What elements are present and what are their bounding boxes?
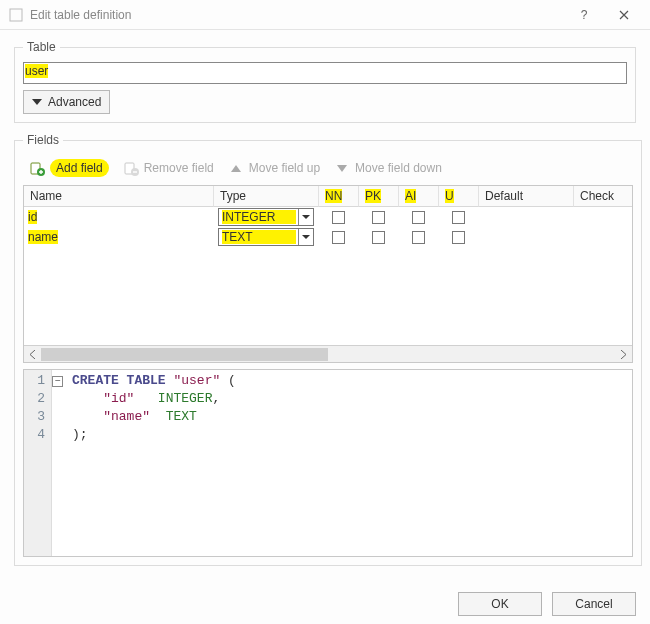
col-u[interactable]: U (439, 186, 479, 207)
grid-body: id INTEGER name (24, 207, 632, 345)
cancel-button[interactable]: Cancel (552, 592, 636, 616)
titlebar: Edit table definition ? (0, 0, 650, 30)
cell-ai-checkbox[interactable] (412, 231, 425, 244)
table-legend: Table (23, 40, 60, 54)
triangle-down-icon (334, 160, 350, 176)
chevron-down-icon (298, 209, 313, 225)
scroll-thumb[interactable] (41, 348, 328, 361)
table-name-input[interactable] (23, 62, 627, 84)
table-group: Table user Advanced (14, 40, 636, 123)
fields-toolbar: Add field Remove field Move field up Mov… (23, 155, 633, 185)
cell-u-checkbox[interactable] (452, 211, 465, 224)
cell-ai-checkbox[interactable] (412, 211, 425, 224)
grid-header: Name Type NN PK AI U Default Check (24, 186, 632, 207)
cell-name[interactable]: id (28, 210, 37, 224)
add-field-icon (29, 160, 45, 176)
scroll-left-button[interactable] (24, 346, 41, 362)
cell-check[interactable] (574, 227, 632, 247)
col-name[interactable]: Name (24, 186, 214, 207)
sql-preview[interactable]: 1234 − CREATE TABLE "user" ( "id" INTEGE… (23, 369, 633, 557)
table-row[interactable]: name TEXT (24, 227, 632, 247)
move-up-button[interactable]: Move field up (228, 160, 320, 176)
cell-nn-checkbox[interactable] (332, 211, 345, 224)
ok-button[interactable]: OK (458, 592, 542, 616)
app-icon (8, 7, 24, 23)
cell-type-select[interactable]: INTEGER (218, 208, 314, 226)
add-field-button[interactable]: Add field (29, 159, 109, 177)
sql-code[interactable]: CREATE TABLE "user" ( "id" INTEGER, "nam… (68, 370, 236, 556)
cell-default[interactable] (479, 207, 574, 227)
cell-type-select[interactable]: TEXT (218, 228, 314, 246)
cell-nn-checkbox[interactable] (332, 231, 345, 244)
help-button[interactable]: ? (564, 0, 604, 30)
remove-field-icon (123, 160, 139, 176)
cell-name[interactable]: name (28, 230, 58, 244)
close-button[interactable] (604, 0, 644, 30)
sql-gutter: 1234 (24, 370, 52, 556)
col-type[interactable]: Type (214, 186, 319, 207)
col-ai[interactable]: AI (399, 186, 439, 207)
col-default[interactable]: Default (479, 186, 574, 207)
cell-pk-checkbox[interactable] (372, 231, 385, 244)
col-check[interactable]: Check (574, 186, 632, 207)
fields-legend: Fields (23, 133, 63, 147)
advanced-label: Advanced (48, 95, 101, 109)
dialog-footer: OK Cancel (0, 582, 650, 624)
fields-grid: Name Type NN PK AI U Default Check id IN… (23, 185, 633, 363)
chevron-left-icon (29, 350, 36, 359)
window-title: Edit table definition (30, 8, 564, 22)
cell-check[interactable] (574, 207, 632, 227)
scroll-right-button[interactable] (615, 346, 632, 362)
cell-default[interactable] (479, 227, 574, 247)
col-pk[interactable]: PK (359, 186, 399, 207)
triangle-up-icon (228, 160, 244, 176)
cell-u-checkbox[interactable] (452, 231, 465, 244)
move-down-label: Move field down (355, 161, 442, 175)
move-down-button[interactable]: Move field down (334, 160, 442, 176)
chevron-down-icon (298, 229, 313, 245)
chevron-down-icon (32, 99, 42, 105)
table-row[interactable]: id INTEGER (24, 207, 632, 227)
fields-group: Fields Add field Remove field Move field… (14, 133, 642, 566)
svg-rect-0 (10, 9, 22, 21)
col-nn[interactable]: NN (319, 186, 359, 207)
add-field-label: Add field (50, 159, 109, 177)
cell-pk-checkbox[interactable] (372, 211, 385, 224)
chevron-right-icon (620, 350, 627, 359)
close-icon (619, 10, 629, 20)
remove-field-label: Remove field (144, 161, 214, 175)
remove-field-button[interactable]: Remove field (123, 160, 214, 176)
fold-icon[interactable]: − (52, 376, 63, 387)
move-up-label: Move field up (249, 161, 320, 175)
grid-h-scrollbar[interactable] (24, 345, 632, 362)
scroll-track[interactable] (41, 346, 615, 362)
sql-fold-gutter: − (52, 370, 68, 556)
advanced-button[interactable]: Advanced (23, 90, 110, 114)
